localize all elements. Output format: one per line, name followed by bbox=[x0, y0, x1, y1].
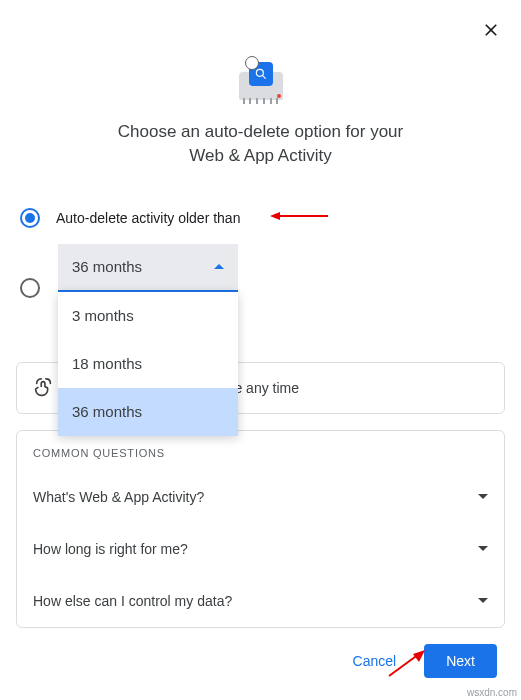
auto-delete-dialog: Choose an auto-delete option for your We… bbox=[0, 0, 521, 694]
caret-down-icon bbox=[478, 598, 488, 603]
svg-line-1 bbox=[262, 75, 266, 79]
dropdown-item-18-months[interactable]: 18 months bbox=[58, 340, 238, 388]
option-label: Auto-delete activity older than bbox=[56, 210, 240, 226]
caret-down-icon bbox=[478, 494, 488, 499]
dialog-footer: Cancel Next bbox=[16, 644, 505, 678]
radio-unselected-icon[interactable] bbox=[20, 278, 40, 298]
duration-select[interactable]: 36 months bbox=[58, 244, 238, 292]
question-web-app-activity[interactable]: What's Web & App Activity? bbox=[17, 471, 504, 523]
annotation-arrow-icon bbox=[270, 209, 330, 227]
question-label: How else can I control my data? bbox=[33, 593, 232, 609]
svg-marker-3 bbox=[270, 212, 280, 220]
radio-selected-icon[interactable] bbox=[20, 208, 40, 228]
close-icon bbox=[481, 20, 501, 40]
annotation-arrow-icon bbox=[387, 648, 427, 682]
dropdown-menu: 3 months 18 months 36 months bbox=[58, 292, 238, 436]
tap-icon bbox=[33, 377, 55, 399]
question-control-data[interactable]: How else can I control my data? bbox=[17, 575, 504, 627]
select-value: 36 months bbox=[72, 258, 142, 275]
dropdown-item-3-months[interactable]: 3 months bbox=[58, 292, 238, 340]
caret-down-icon bbox=[478, 546, 488, 551]
next-button[interactable]: Next bbox=[424, 644, 497, 678]
header-illustration bbox=[16, 56, 505, 104]
title-line-1: Choose an auto-delete option for your bbox=[118, 122, 403, 141]
options-section: Auto-delete activity older than 36 month… bbox=[16, 208, 505, 292]
common-questions-card: COMMON QUESTIONS What's Web & App Activi… bbox=[16, 430, 505, 628]
svg-line-4 bbox=[389, 654, 419, 676]
question-label: What's Web & App Activity? bbox=[33, 489, 204, 505]
option-auto-delete-older[interactable]: Auto-delete activity older than bbox=[20, 208, 501, 228]
close-button[interactable] bbox=[477, 16, 505, 47]
question-label: How long is right for me? bbox=[33, 541, 188, 557]
svg-marker-5 bbox=[413, 650, 425, 662]
dropdown-item-36-months[interactable]: 36 months bbox=[58, 388, 238, 436]
title-line-2: Web & App Activity bbox=[189, 146, 331, 165]
caret-up-icon bbox=[214, 264, 224, 269]
question-how-long[interactable]: How long is right for me? bbox=[17, 523, 504, 575]
common-questions-header: COMMON QUESTIONS bbox=[17, 439, 504, 471]
watermark: wsxdn.com bbox=[467, 687, 517, 698]
dialog-title: Choose an auto-delete option for your We… bbox=[16, 120, 505, 168]
